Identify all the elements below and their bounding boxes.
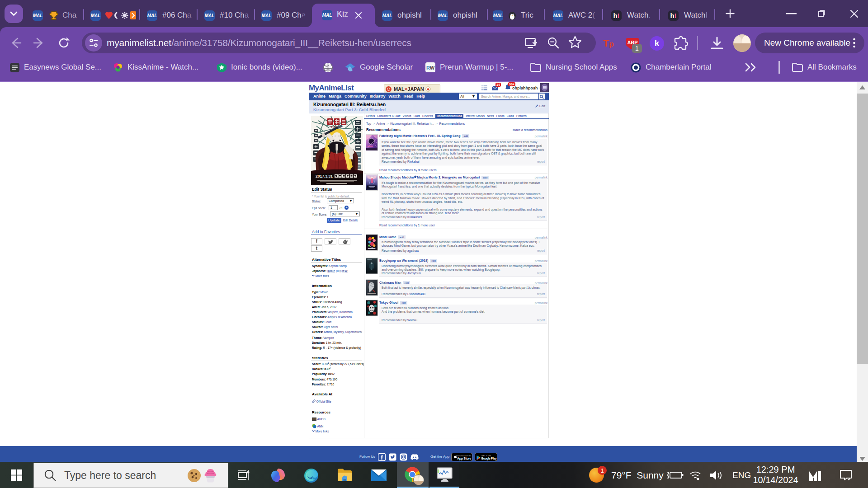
svg-text:RW: RW	[426, 65, 435, 70]
svg-text:2017.3.31: 2017.3.31	[316, 174, 333, 178]
